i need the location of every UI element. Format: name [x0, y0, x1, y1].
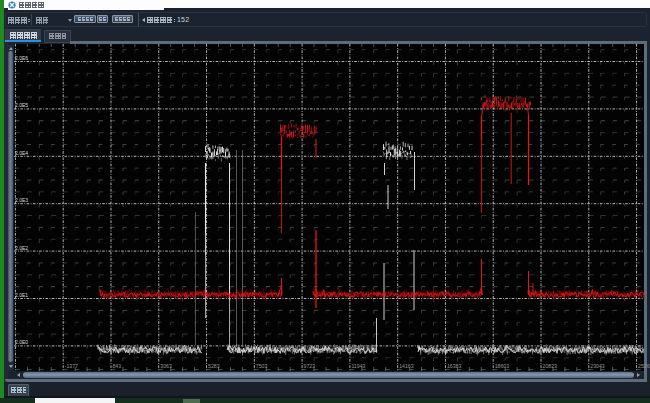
svg-text:23043: 23043 [590, 363, 605, 369]
svg-text:3063: 3063 [160, 363, 172, 369]
svg-text:2.0E4: 2.0E4 [15, 150, 28, 156]
svg-text:18603: 18603 [495, 363, 510, 369]
svg-text:2.0E6: 2.0E6 [15, 55, 28, 61]
svg-text:7503: 7503 [256, 363, 268, 369]
svg-text:9723: 9723 [304, 363, 316, 369]
svg-text:-1377: -1377 [65, 363, 78, 369]
svg-text:2.0E5: 2.0E5 [15, 102, 28, 108]
svg-text:16383: 16383 [447, 363, 462, 369]
svg-text:2.0E1: 2.0E1 [15, 292, 28, 298]
svg-text:20823: 20823 [543, 363, 558, 369]
svg-text:843: 843 [112, 363, 121, 369]
svg-text:14163: 14163 [399, 363, 414, 369]
svg-text:2.0E2: 2.0E2 [15, 245, 28, 251]
svg-text:11943: 11943 [351, 363, 365, 369]
svg-text:2.0E3: 2.0E3 [15, 197, 28, 203]
svg-text:25263: 25263 [638, 363, 650, 369]
svg-text:2.0E0: 2.0E0 [15, 339, 28, 345]
svg-text:5283: 5283 [208, 363, 220, 369]
